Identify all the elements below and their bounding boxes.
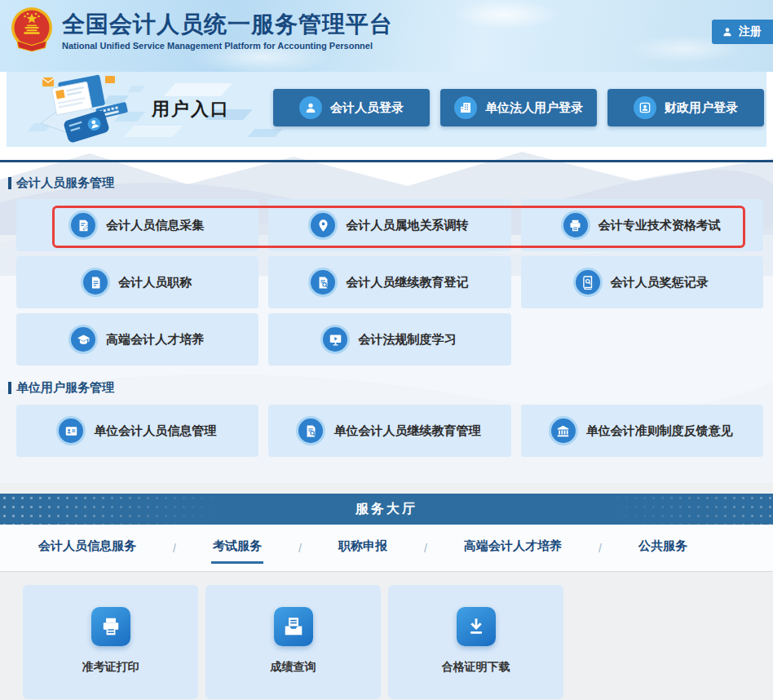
card-label: 会计人员继续教育登记	[346, 275, 468, 290]
login-button-label: 财政用户登录	[665, 100, 738, 116]
section-title-text: 会计人员服务管理	[16, 175, 114, 191]
card-certificate-download[interactable]: 合格证明下载	[388, 585, 563, 699]
tab-public-service[interactable]: 公共服务	[637, 532, 689, 564]
monitor-play-icon	[323, 327, 347, 352]
card-score-query[interactable]: 成绩查询	[205, 585, 381, 699]
section-title-text: 单位用户服务管理	[16, 380, 114, 396]
unit-services-grid: 单位会计人员信息管理 单位会计人员继续教育管理 单位会计准则制度反馈意见	[16, 405, 763, 457]
login-button-label: 会计人员登录	[330, 100, 404, 116]
card-regulations-study[interactable]: 会计法规制度学习	[268, 313, 510, 366]
card-label: 会计人员信息采集	[106, 218, 204, 233]
title-bar-decoration	[8, 177, 11, 189]
card-professional-qualification-exam[interactable]: 会计专业技术资格考试	[521, 199, 763, 251]
card-label: 会计人员属地关系调转	[346, 218, 468, 233]
card-label: 会计人员奖惩记录	[611, 275, 709, 290]
card-label: 会计专业技术资格考试	[599, 218, 721, 233]
user-entry-title: 用户入口	[152, 97, 230, 122]
card-admission-ticket-print[interactable]: 准考证打印	[23, 585, 198, 699]
person-icon	[722, 26, 733, 38]
site-title-block: 全国会计人员统一服务管理平台 National Unified Service …	[62, 11, 393, 51]
header-divider	[0, 160, 773, 162]
page-subtitle: National Unified Service Management Plat…	[62, 41, 393, 51]
card-label: 会计人员职称	[118, 275, 192, 290]
card-reward-punishment-record[interactable]: 会计人员奖惩记录	[521, 256, 763, 308]
card-label: 高端会计人才培养	[106, 332, 204, 348]
finance-user-login-button[interactable]: 财政用户登录	[607, 89, 764, 126]
doc-search-icon	[298, 419, 323, 443]
login-button-label: 单位法人用户登录	[485, 100, 583, 116]
register-label: 注册	[739, 24, 762, 39]
printer-icon	[563, 213, 588, 237]
doc-search-icon	[311, 270, 335, 295]
card-label: 单位会计准则制度反馈意见	[586, 423, 733, 439]
decor-shape	[164, 83, 232, 96]
section-title-unit-services: 单位用户服务管理	[8, 380, 114, 396]
card-label: 成绩查询	[271, 660, 316, 675]
tray-doc-icon	[274, 607, 313, 646]
tab-separator: /	[599, 542, 602, 555]
service-hall-tabs: 会计人员信息服务 / 考试服务 / 职称申报 / 高端会计人才培养 / 公共服务	[37, 525, 689, 571]
card-continuing-education-registration[interactable]: 会计人员继续教育登记	[268, 256, 510, 308]
tab-title-application[interactable]: 职称申报	[337, 532, 389, 564]
card-unit-standards-feedback[interactable]: 单位会计准则制度反馈意见	[521, 405, 763, 457]
location-pin-icon	[311, 213, 335, 237]
title-bar-decoration	[8, 382, 11, 394]
tab-exam-service[interactable]: 考试服务	[211, 532, 263, 564]
doc-icon	[83, 270, 108, 295]
tab-separator: /	[173, 542, 176, 555]
personal-services-grid: 会计人员信息采集 会计人员属地关系调转 会计专业技术资格考试 会计人员职称 会计…	[16, 199, 763, 366]
card-unit-personnel-info[interactable]: 单位会计人员信息管理	[16, 405, 258, 457]
service-hall-tabs-strip: 会计人员信息服务 / 考试服务 / 职称申报 / 高端会计人才培养 / 公共服务	[0, 525, 773, 572]
book-search-icon	[576, 270, 600, 295]
printer-icon	[91, 607, 130, 646]
card-label: 会计法规制度学习	[358, 332, 456, 348]
page-title: 全国会计人员统一服务管理平台	[62, 11, 393, 38]
card-info-collection[interactable]: 会计人员信息采集	[16, 199, 258, 251]
exam-service-cards: 准考证打印 成绩查询 合格证明下载	[23, 585, 563, 699]
tab-separator: /	[424, 542, 427, 555]
service-hall-banner: 服务大厅	[0, 494, 773, 525]
id-card-icon	[59, 419, 83, 443]
tab-personnel-info-service[interactable]: 会计人员信息服务	[37, 532, 138, 564]
card-label: 单位会计人员信息管理	[94, 423, 216, 439]
national-emblem-icon	[7, 5, 56, 54]
card-label: 准考证打印	[82, 660, 139, 675]
unit-legal-person-login-button[interactable]: 单位法人用户登录	[440, 89, 597, 126]
decor-shape	[247, 129, 282, 137]
section-title-personal-services: 会计人员服务管理	[8, 175, 114, 191]
card-label: 合格证明下载	[442, 660, 510, 675]
download-icon	[457, 607, 496, 646]
site-header: 全国会计人员统一服务管理平台 National Unified Service …	[0, 0, 773, 72]
login-buttons: 会计人员登录 单位法人用户登录 财政用户登录	[273, 89, 764, 126]
devices-illustration	[18, 74, 155, 146]
tab-high-end-talent[interactable]: 高端会计人才培养	[462, 532, 563, 564]
user-entry-band: 用户入口 会计人员登录 单位法人用户登录 财政用户登录	[7, 72, 766, 147]
accountant-login-button[interactable]: 会计人员登录	[273, 89, 430, 126]
grad-cap-icon	[71, 327, 95, 352]
accounting-platform-page: 全国会计人员统一服务管理平台 National Unified Service …	[0, 0, 773, 700]
building-icon	[454, 96, 477, 119]
service-hall-title: 服务大厅	[356, 501, 417, 518]
card-professional-title[interactable]: 会计人员职称	[16, 256, 258, 308]
bank-icon	[551, 419, 576, 443]
person-badge-icon	[634, 96, 656, 119]
card-unit-continuing-education[interactable]: 单位会计人员继续教育管理	[268, 405, 510, 457]
card-locality-transfer[interactable]: 会计人员属地关系调转	[268, 199, 510, 251]
person-icon	[299, 96, 322, 119]
tab-separator: /	[298, 542, 302, 555]
card-high-end-talent-training[interactable]: 高端会计人才培养	[16, 313, 258, 366]
register-button[interactable]: 注册	[712, 20, 773, 44]
card-label: 单位会计人员继续教育管理	[333, 423, 480, 439]
doc-edit-icon	[71, 213, 95, 237]
